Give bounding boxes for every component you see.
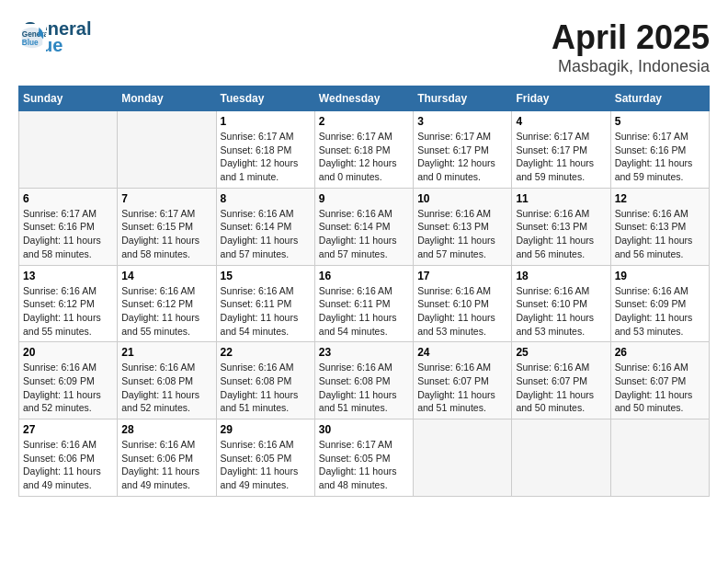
calendar-cell [610, 419, 709, 497]
day-number: 15 [221, 270, 311, 282]
calendar-cell: 29Sunrise: 6:16 AM Sunset: 6:05 PM Dayli… [216, 419, 314, 497]
day-number: 20 [23, 346, 113, 359]
header-friday: Friday [512, 86, 610, 111]
logo-icon: General Blue [18, 24, 46, 52]
day-info: Sunrise: 6:16 AM Sunset: 6:07 PM Dayligh… [516, 361, 606, 415]
week-row-3: 13Sunrise: 6:16 AM Sunset: 6:12 PM Dayli… [19, 265, 710, 342]
day-number: 18 [516, 270, 606, 282]
calendar-cell: 4Sunrise: 6:17 AM Sunset: 6:17 PM Daylig… [512, 111, 610, 189]
day-info: Sunrise: 6:17 AM Sunset: 6:16 PM Dayligh… [23, 207, 113, 261]
day-number: 29 [221, 423, 311, 436]
calendar-body: 1Sunrise: 6:17 AM Sunset: 6:18 PM Daylig… [19, 111, 710, 497]
header-sunday: Sunday [19, 86, 118, 111]
header-saturday: Saturday [610, 86, 709, 111]
day-info: Sunrise: 6:16 AM Sunset: 6:12 PM Dayligh… [121, 284, 211, 339]
day-info: Sunrise: 6:17 AM Sunset: 6:15 PM Dayligh… [121, 207, 211, 261]
day-info: Sunrise: 6:16 AM Sunset: 6:08 PM Dayligh… [221, 361, 311, 415]
day-number: 14 [121, 270, 211, 282]
calendar-cell: 27Sunrise: 6:16 AM Sunset: 6:06 PM Dayli… [19, 419, 118, 497]
day-info: Sunrise: 6:16 AM Sunset: 6:07 PM Dayligh… [417, 361, 507, 415]
day-info: Sunrise: 6:16 AM Sunset: 6:11 PM Dayligh… [319, 284, 409, 339]
day-info: Sunrise: 6:16 AM Sunset: 6:07 PM Dayligh… [615, 361, 705, 415]
day-info: Sunrise: 6:16 AM Sunset: 6:09 PM Dayligh… [23, 361, 113, 415]
calendar-cell: 28Sunrise: 6:16 AM Sunset: 6:06 PM Dayli… [118, 419, 216, 497]
day-info: Sunrise: 6:17 AM Sunset: 6:05 PM Dayligh… [319, 438, 409, 492]
day-number: 22 [221, 346, 311, 359]
calendar-cell [19, 111, 118, 189]
week-row-2: 6Sunrise: 6:17 AM Sunset: 6:16 PM Daylig… [19, 188, 710, 265]
day-info: Sunrise: 6:16 AM Sunset: 6:13 PM Dayligh… [615, 207, 705, 261]
day-number: 3 [417, 115, 507, 128]
header-monday: Monday [118, 86, 216, 111]
day-number: 19 [615, 270, 705, 282]
day-number: 6 [23, 192, 113, 205]
calendar-table: SundayMondayTuesdayWednesdayThursdayFrid… [18, 86, 710, 497]
day-info: Sunrise: 6:16 AM Sunset: 6:08 PM Dayligh… [319, 361, 409, 415]
day-info: Sunrise: 6:16 AM Sunset: 6:06 PM Dayligh… [121, 438, 211, 492]
calendar-cell: 18Sunrise: 6:16 AM Sunset: 6:10 PM Dayli… [512, 265, 610, 342]
calendar-cell: 9Sunrise: 6:16 AM Sunset: 6:14 PM Daylig… [314, 188, 413, 265]
day-info: Sunrise: 6:17 AM Sunset: 6:17 PM Dayligh… [516, 130, 606, 184]
calendar-cell: 1Sunrise: 6:17 AM Sunset: 6:18 PM Daylig… [216, 111, 314, 189]
day-info: Sunrise: 6:16 AM Sunset: 6:13 PM Dayligh… [516, 207, 606, 261]
day-number: 11 [516, 192, 606, 205]
calendar-cell: 22Sunrise: 6:16 AM Sunset: 6:08 PM Dayli… [216, 342, 314, 419]
week-row-4: 20Sunrise: 6:16 AM Sunset: 6:09 PM Dayli… [19, 342, 710, 419]
calendar-cell: 20Sunrise: 6:16 AM Sunset: 6:09 PM Dayli… [19, 342, 118, 419]
day-info: Sunrise: 6:16 AM Sunset: 6:14 PM Dayligh… [319, 207, 409, 261]
calendar-cell: 15Sunrise: 6:16 AM Sunset: 6:11 PM Dayli… [216, 265, 314, 342]
calendar-cell: 11Sunrise: 6:16 AM Sunset: 6:13 PM Dayli… [512, 188, 610, 265]
calendar-cell [118, 111, 216, 189]
day-info: Sunrise: 6:16 AM Sunset: 6:14 PM Dayligh… [221, 207, 311, 261]
calendar-cell: 12Sunrise: 6:16 AM Sunset: 6:13 PM Dayli… [610, 188, 709, 265]
calendar-cell: 6Sunrise: 6:17 AM Sunset: 6:16 PM Daylig… [19, 188, 118, 265]
day-number: 30 [319, 423, 409, 436]
calendar-cell: 21Sunrise: 6:16 AM Sunset: 6:08 PM Dayli… [118, 342, 216, 419]
day-info: Sunrise: 6:16 AM Sunset: 6:12 PM Dayligh… [23, 284, 113, 339]
calendar-title-block: April 2025 Masbagik, Indonesia [552, 18, 710, 76]
calendar-cell: 17Sunrise: 6:16 AM Sunset: 6:10 PM Dayli… [414, 265, 512, 342]
calendar-cell: 3Sunrise: 6:17 AM Sunset: 6:17 PM Daylig… [414, 111, 512, 189]
day-number: 13 [23, 270, 113, 282]
day-number: 1 [221, 115, 311, 128]
day-number: 27 [23, 423, 113, 436]
day-info: Sunrise: 6:16 AM Sunset: 6:08 PM Dayligh… [121, 361, 211, 415]
calendar-cell [414, 419, 512, 497]
day-info: Sunrise: 6:16 AM Sunset: 6:05 PM Dayligh… [221, 438, 311, 492]
calendar-cell: 2Sunrise: 6:17 AM Sunset: 6:18 PM Daylig… [314, 111, 413, 189]
day-number: 5 [615, 115, 705, 128]
day-info: Sunrise: 6:16 AM Sunset: 6:11 PM Dayligh… [221, 284, 311, 339]
calendar-cell: 7Sunrise: 6:17 AM Sunset: 6:15 PM Daylig… [118, 188, 216, 265]
day-info: Sunrise: 6:17 AM Sunset: 6:18 PM Dayligh… [221, 130, 311, 184]
day-number: 21 [121, 346, 211, 359]
day-info: Sunrise: 6:16 AM Sunset: 6:10 PM Dayligh… [417, 284, 507, 339]
day-number: 16 [319, 270, 409, 282]
calendar-cell [512, 419, 610, 497]
header-row: SundayMondayTuesdayWednesdayThursdayFrid… [19, 86, 710, 111]
day-number: 12 [615, 192, 705, 205]
calendar-cell: 24Sunrise: 6:16 AM Sunset: 6:07 PM Dayli… [414, 342, 512, 419]
day-info: Sunrise: 6:17 AM Sunset: 6:18 PM Dayligh… [319, 130, 409, 184]
day-number: 9 [319, 192, 409, 205]
day-info: Sunrise: 6:17 AM Sunset: 6:17 PM Dayligh… [417, 130, 507, 184]
day-info: Sunrise: 6:16 AM Sunset: 6:09 PM Dayligh… [615, 284, 705, 339]
calendar-cell: 5Sunrise: 6:17 AM Sunset: 6:16 PM Daylig… [610, 111, 709, 189]
header-wednesday: Wednesday [314, 86, 413, 111]
day-info: Sunrise: 6:17 AM Sunset: 6:16 PM Dayligh… [615, 130, 705, 184]
week-row-1: 1Sunrise: 6:17 AM Sunset: 6:18 PM Daylig… [19, 111, 710, 189]
day-number: 7 [121, 192, 211, 205]
day-info: Sunrise: 6:16 AM Sunset: 6:06 PM Dayligh… [23, 438, 113, 492]
calendar-cell: 14Sunrise: 6:16 AM Sunset: 6:12 PM Dayli… [118, 265, 216, 342]
calendar-cell: 16Sunrise: 6:16 AM Sunset: 6:11 PM Dayli… [314, 265, 413, 342]
day-info: Sunrise: 6:16 AM Sunset: 6:13 PM Dayligh… [417, 207, 507, 261]
day-info: Sunrise: 6:16 AM Sunset: 6:10 PM Dayligh… [516, 284, 606, 339]
day-number: 24 [417, 346, 507, 359]
day-number: 17 [417, 270, 507, 282]
calendar-cell: 25Sunrise: 6:16 AM Sunset: 6:07 PM Dayli… [512, 342, 610, 419]
calendar-cell: 19Sunrise: 6:16 AM Sunset: 6:09 PM Dayli… [610, 265, 709, 342]
calendar-cell: 23Sunrise: 6:16 AM Sunset: 6:08 PM Dayli… [314, 342, 413, 419]
calendar-cell: 10Sunrise: 6:16 AM Sunset: 6:13 PM Dayli… [414, 188, 512, 265]
day-number: 23 [319, 346, 409, 359]
calendar-subtitle: Masbagik, Indonesia [552, 57, 710, 76]
calendar-cell: 30Sunrise: 6:17 AM Sunset: 6:05 PM Dayli… [314, 419, 413, 497]
